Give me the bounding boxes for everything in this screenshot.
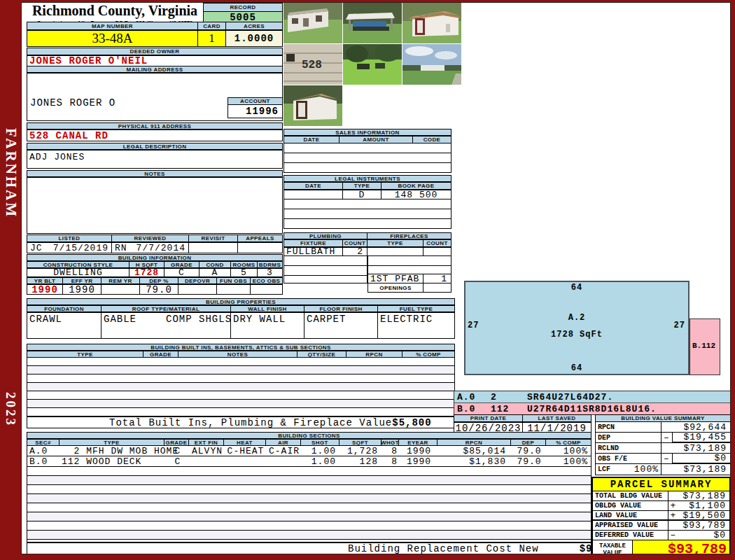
frame-bottom xyxy=(0,554,735,560)
sidebar-year-label: 2023 xyxy=(0,386,21,432)
account-value: 11996 xyxy=(227,105,283,118)
card-border xyxy=(21,2,731,554)
account-label: ACCOUNT xyxy=(227,97,283,105)
sidebar-district-label: FARNHAM xyxy=(0,122,21,224)
sketch-shape-a: 64 27 27 A.2 1728 SqFt 64 xyxy=(464,281,690,375)
property-record-card: FARNHAM 2023 Richmond County, Virginia C… xyxy=(0,0,735,560)
frame-top xyxy=(0,0,735,2)
sketch-shape-b: B.112 xyxy=(690,318,720,375)
sidebar-spine: FARNHAM 2023 xyxy=(0,0,21,560)
frame-right xyxy=(731,0,735,560)
sketch-a-area: 1728 SqFt xyxy=(465,330,688,340)
sketch-a-label: A.2 xyxy=(465,313,688,323)
sketch-a-top-dim: 64 xyxy=(465,283,688,293)
sketch-b-label: B.112 xyxy=(692,342,715,350)
sketch-a-bottom-dim: 64 xyxy=(465,363,688,373)
account-box: ACCOUNT 11996 xyxy=(227,97,283,118)
